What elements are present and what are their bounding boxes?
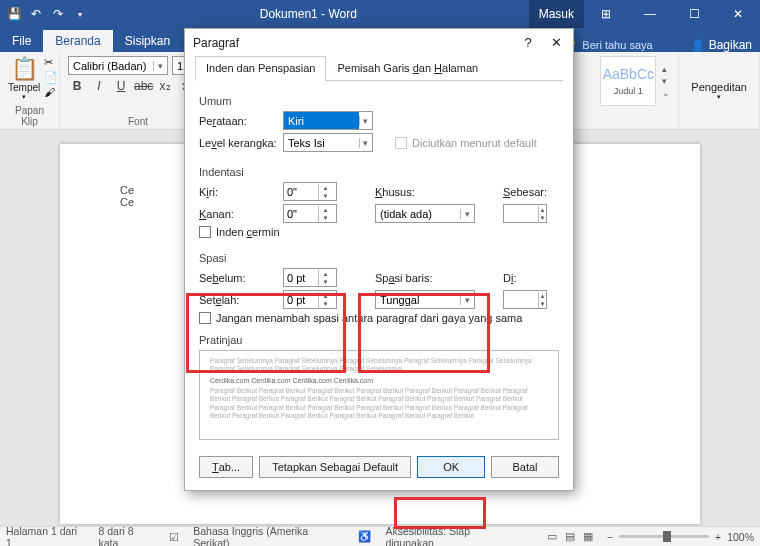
before-spacing-input[interactable] [284,272,318,284]
left-indent-input[interactable] [284,186,318,198]
left-indent-label: Kiri: [199,186,277,198]
style-name: Judul 1 [614,86,643,96]
underline-button[interactable]: U [112,79,130,93]
section-general: Umum [199,95,559,107]
styles-expand-icon[interactable]: ▴▾⌄ [662,64,670,98]
zoom-out-icon[interactable]: − [607,531,613,543]
copy-icon[interactable]: 📄 [44,71,58,84]
before-label: Sebelum: [199,272,277,284]
by-input[interactable] [504,208,538,220]
page-status[interactable]: Halaman 1 dari 1 [6,525,84,547]
style-tile[interactable]: AaBbCc Judul 1 [600,56,656,106]
right-indent-label: Kanan: [199,208,277,220]
spin-up-icon[interactable]: ▲ [319,184,332,192]
tabs-button[interactable]: Tab... [199,456,253,478]
print-layout-icon[interactable]: ▤ [565,530,575,543]
alignment-dropdown-icon[interactable]: ▾ [359,116,372,126]
signin-button[interactable]: Masuk [529,0,584,28]
right-indent-input[interactable] [284,208,318,220]
tab-file[interactable]: File [0,30,43,52]
font-name-dropdown-icon[interactable]: ▾ [153,61,167,71]
outline-dropdown-icon[interactable]: ▾ [359,138,372,148]
redo-icon[interactable]: ↷ [50,6,66,22]
tell-me-search[interactable]: Beri tahu saya [582,39,652,51]
style-preview: AaBbCc [603,66,654,82]
zoom-slider[interactable] [619,535,709,538]
zoom-in-icon[interactable]: + [715,531,721,543]
line-spacing-label: Spasi baris: [375,272,451,284]
ok-button[interactable]: OK [417,456,485,478]
accessibility-status[interactable]: Aksesibilitas: Siap digunakan [385,525,518,547]
spin-up-icon[interactable]: ▲ [319,206,332,214]
spin-down-icon[interactable]: ▼ [319,300,332,308]
format-painter-icon[interactable]: 🖌 [44,86,58,98]
cut-icon[interactable]: ✂ [44,56,58,69]
preview-sample: Cerdika.com Cerdika.com Cerdika.com Cerd… [210,376,548,385]
ribbon-options-icon[interactable]: ⊞ [584,0,628,28]
tab-beranda[interactable]: Beranda [43,30,112,52]
share-icon: 👤 [691,39,705,52]
paste-button[interactable]: 📋 Tempel ▾ [8,56,40,101]
minimize-icon[interactable]: — [628,0,672,28]
autosave-icon[interactable]: 💾 [6,6,22,22]
set-default-button[interactable]: Tetapkan Sebagai Default [259,456,411,478]
italic-button[interactable]: I [90,79,108,93]
no-space-same-style-checkbox[interactable]: Jangan menambah spasi antara paragraf da… [199,312,522,324]
spin-down-icon[interactable]: ▼ [319,278,332,286]
spellcheck-icon[interactable]: ☑ [169,531,179,543]
at-input[interactable] [504,294,538,306]
spin-down-icon[interactable]: ▼ [539,300,546,308]
after-spacing-input[interactable] [284,294,318,306]
editing-button[interactable]: Pengeditan [691,81,747,93]
spin-up-icon[interactable]: ▲ [539,206,546,214]
special-combo[interactable] [376,205,460,222]
strike-button[interactable]: abc [134,79,152,93]
status-bar: Halaman 1 dari 1 8 dari 8 kata ☑ Bahasa … [0,526,760,546]
clipboard-group-label: Papan Klip [8,103,51,127]
help-icon[interactable]: ? [519,35,537,50]
preview-prev: Paragraf Sebelumnya Paragraf Sebelumnya … [210,357,548,374]
tab-indent-spacing[interactable]: Inden dan Penspasian [195,56,326,81]
word-count[interactable]: 8 dari 8 kata [98,525,155,547]
maximize-icon[interactable]: ☐ [672,0,716,28]
line-spacing-combo[interactable] [376,291,460,308]
at-label: Di: [503,272,516,284]
accessibility-icon[interactable]: ♿ [358,530,371,543]
outline-level-label: Level kerangka: [199,137,277,149]
spin-down-icon[interactable]: ▼ [319,214,332,222]
editing-dropdown-icon[interactable]: ▾ [717,93,721,101]
spin-up-icon[interactable]: ▲ [319,292,332,300]
by-label: Sebesar: [503,186,547,198]
document-title: Dokumen1 - Word [88,7,529,21]
alignment-combo[interactable] [284,112,359,129]
font-name-input[interactable] [69,57,153,74]
language-status[interactable]: Bahasa Inggris (Amerika Serikat) [193,525,344,547]
tab-sisipkan[interactable]: Sisipkan [113,30,182,52]
qat-dropdown-icon[interactable]: ▾ [72,6,88,22]
collapsed-default-checkbox: Diciutkan menurut default [395,137,537,149]
titlebar: 💾 ↶ ↷ ▾ Dokumen1 - Word Masuk ⊞ — ☐ ✕ [0,0,760,28]
close-window-icon[interactable]: ✕ [716,0,760,28]
spin-down-icon[interactable]: ▼ [319,192,332,200]
undo-icon[interactable]: ↶ [28,6,44,22]
cancel-button[interactable]: Batal [491,456,559,478]
bold-button[interactable]: B [68,79,86,93]
close-icon[interactable]: ✕ [547,35,565,50]
web-layout-icon[interactable]: ▦ [583,530,593,543]
special-dropdown-icon[interactable]: ▾ [460,209,474,219]
alignment-label: Perataan: [199,115,277,127]
mirror-indent-checkbox[interactable]: Inden cermin [199,226,280,238]
subscript-button[interactable]: x₂ [156,79,174,93]
read-mode-icon[interactable]: ▭ [547,530,557,543]
share-button[interactable]: Bagikan [709,38,752,52]
line-spacing-dropdown-icon[interactable]: ▾ [460,295,474,305]
spin-up-icon[interactable]: ▲ [319,270,332,278]
after-label: Setelah: [199,294,277,306]
paste-dropdown-icon[interactable]: ▾ [22,93,26,101]
tab-line-breaks[interactable]: Pemisah Garis dan Halaman [326,56,489,80]
spin-down-icon[interactable]: ▼ [539,214,546,222]
section-indentation: Indentasi [199,166,559,178]
zoom-level[interactable]: 100% [727,531,754,543]
outline-level-combo[interactable] [284,134,359,151]
spin-up-icon[interactable]: ▲ [539,292,546,300]
